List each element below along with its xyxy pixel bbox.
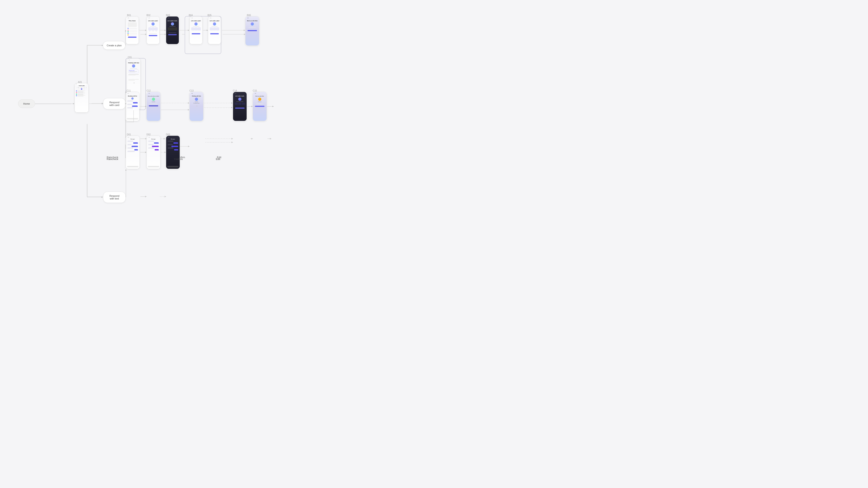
- c15-title: Work out with Elliot: [255, 96, 264, 97]
- c14-title: Let's make it work.: [235, 96, 244, 97]
- phone-d01: 9:41 Messages: [126, 135, 140, 169]
- create-plan-label: Create a plan: [107, 44, 122, 47]
- b04-title: Let's make a plan!: [191, 20, 201, 22]
- b01-title: Pick a friend.: [129, 20, 135, 22]
- phone-b03: 9:41 Let's make it work.: [166, 16, 179, 44]
- respond-card-label: Respond with card: [110, 101, 119, 106]
- respond-text-label: Respond with text: [110, 195, 119, 200]
- b02-title: Let's make a plan!: [148, 20, 158, 22]
- phone-c12: 9:41 Guess who else is a hiker! Carly Ba…: [147, 92, 160, 121]
- b06-title: Work out with Elliot: [247, 20, 258, 22]
- c01-title: Climbing with Sam: [128, 62, 139, 64]
- b05-title: Let's make a plan!: [210, 20, 219, 22]
- c11-title: Broadway with Kai: [128, 96, 137, 97]
- phone-d03: 9:41 Messages: [166, 135, 180, 169]
- c12-title: Guess who else is a hiker!: [148, 96, 159, 97]
- respond-text-node[interactable]: Respond with text: [103, 192, 126, 203]
- confirm-node: Confirm: [174, 158, 183, 160]
- phone-c15: 9:41 Work out with Elliot Elliot Morris: [253, 92, 267, 121]
- phone-b05: 9:41 Let's make a plan!: [208, 16, 221, 44]
- phone-c14: 9:41 Let's make it work.: [233, 92, 247, 121]
- phone-b02: 9:41 Let's make a plan! Date Time Place: [147, 16, 160, 44]
- home-label: Home: [23, 102, 30, 105]
- c13-title: Climbing with Sam: [192, 96, 201, 97]
- phone-a01: 9:41●● YOUR PLANS S M T W T F S 1 2: [74, 83, 89, 112]
- canvas: Home A01 9:41●● YOUR PLANS S M T W T F S: [0, 0, 434, 244]
- phone-b01: 9:41 Pick a friend.: [126, 16, 139, 44]
- raincheck-node: Raincheck: [107, 158, 118, 160]
- phone-b06: 9:41 Work out with Elliot: [245, 16, 259, 46]
- edit-node: Edit: [216, 158, 220, 160]
- home-node[interactable]: Home: [18, 99, 35, 108]
- create-plan-node[interactable]: Create a plan: [103, 41, 125, 50]
- phone-c13: 9:41 Climbing with Sam Sam Davis Fri Jul…: [189, 92, 204, 121]
- b03-title: Let's make it work.: [167, 20, 178, 22]
- phone-d02: 9:41 Messages: [147, 135, 160, 169]
- phone-b04: 9:41 Let's make a plan!: [189, 16, 203, 44]
- phone-c11: 9:41 Broadway with Kai: [125, 92, 140, 121]
- respond-card-node[interactable]: Respond with card: [103, 98, 126, 109]
